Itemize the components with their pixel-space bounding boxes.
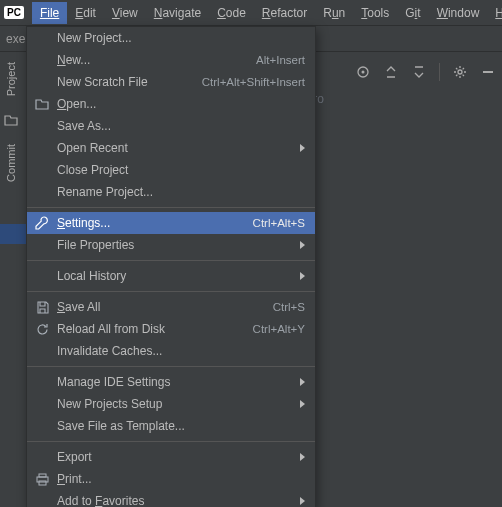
menu-item-reload[interactable]: Reload All from Disk Ctrl+Alt+Y <box>27 318 315 340</box>
menu-item-manage-ide[interactable]: Manage IDE Settings <box>27 371 315 393</box>
file-menu-dropdown: New Project... New... Alt+Insert New Scr… <box>26 26 316 507</box>
svg-point-1 <box>362 71 365 74</box>
menu-item-file-properties[interactable]: File Properties <box>27 234 315 256</box>
menu-tools[interactable]: Tools <box>353 2 397 24</box>
menu-item-new-scratch[interactable]: New Scratch File Ctrl+Alt+Shift+Insert <box>27 71 315 93</box>
hide-icon[interactable] <box>480 64 496 80</box>
menu-navigate[interactable]: Navigate <box>146 2 209 24</box>
menu-bar: PC File Edit View Navigate Code Refactor… <box>0 0 502 26</box>
menu-separator <box>27 441 315 442</box>
expand-all-icon[interactable] <box>383 64 399 80</box>
collapse-all-icon[interactable] <box>411 64 427 80</box>
breadcrumb-text: exe <box>6 32 25 46</box>
menu-item-local-history[interactable]: Local History <box>27 265 315 287</box>
menu-refactor[interactable]: Refactor <box>254 2 315 24</box>
wrench-icon <box>33 215 51 231</box>
chevron-right-icon <box>300 272 305 280</box>
menu-edit[interactable]: Edit <box>67 2 104 24</box>
menu-item-new[interactable]: New... Alt+Insert <box>27 49 315 71</box>
menu-item-close-project[interactable]: Close Project <box>27 159 315 181</box>
menu-item-save-all[interactable]: Save All Ctrl+S <box>27 296 315 318</box>
menu-item-new-project[interactable]: New Project... <box>27 27 315 49</box>
menu-run[interactable]: Run <box>315 2 353 24</box>
toolbar-separator <box>439 63 440 81</box>
gear-icon[interactable] <box>452 64 468 80</box>
chevron-right-icon <box>300 144 305 152</box>
menu-item-save-template[interactable]: Save File as Template... <box>27 415 315 437</box>
menu-item-save-as[interactable]: Save As... <box>27 115 315 137</box>
reload-icon <box>33 321 51 337</box>
left-tool-strip: Project Commit <box>0 52 22 182</box>
menu-item-export[interactable]: Export <box>27 446 315 468</box>
target-icon[interactable] <box>355 64 371 80</box>
chevron-right-icon <box>300 378 305 386</box>
folder-open-icon <box>33 96 51 112</box>
menu-separator <box>27 260 315 261</box>
tool-project[interactable]: Project <box>5 62 17 96</box>
chevron-right-icon <box>300 497 305 505</box>
menu-item-settings[interactable]: Settings... Ctrl+Alt+S <box>27 212 315 234</box>
menu-item-print[interactable]: Print... <box>27 468 315 490</box>
menu-git[interactable]: Git <box>397 2 428 24</box>
menu-separator <box>27 291 315 292</box>
save-icon <box>33 299 51 315</box>
menu-item-open-recent[interactable]: Open Recent <box>27 137 315 159</box>
menu-separator <box>27 207 315 208</box>
menu-window[interactable]: Window <box>429 2 488 24</box>
menu-item-open[interactable]: Open... <box>27 93 315 115</box>
menu-code[interactable]: Code <box>209 2 254 24</box>
menu-item-invalidate[interactable]: Invalidate Caches... <box>27 340 315 362</box>
svg-point-2 <box>458 70 462 74</box>
menu-item-rename-project[interactable]: Rename Project... <box>27 181 315 203</box>
menu-item-new-projects-setup[interactable]: New Projects Setup <box>27 393 315 415</box>
chevron-right-icon <box>300 453 305 461</box>
toolbar-right <box>355 58 496 86</box>
tool-commit[interactable]: Commit <box>5 144 17 182</box>
menu-item-add-favorites[interactable]: Add to Favorites <box>27 490 315 507</box>
menu-file[interactable]: File <box>32 2 67 24</box>
selection-strip <box>0 224 26 244</box>
folder-icon[interactable] <box>4 114 18 126</box>
menu-separator <box>27 366 315 367</box>
menu-view[interactable]: View <box>104 2 146 24</box>
chevron-right-icon <box>300 400 305 408</box>
print-icon <box>33 471 51 487</box>
app-badge: PC <box>4 6 24 19</box>
menu-help[interactable]: Help <box>487 2 502 24</box>
svg-rect-3 <box>483 71 493 73</box>
chevron-right-icon <box>300 241 305 249</box>
